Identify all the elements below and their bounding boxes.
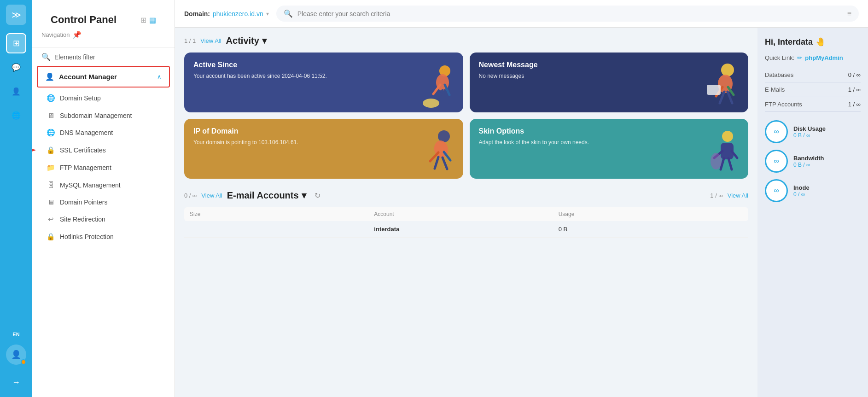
language-selector[interactable]: EN [12, 332, 19, 337]
greeting: Hi, Interdata 🤚 [765, 37, 861, 47]
site-redirect-icon: ↩ [46, 215, 55, 223]
domain-label: Domain: [184, 10, 210, 18]
infinity-icon-disk: ∞ [774, 128, 779, 136]
domain-chevron-icon: ▾ [266, 11, 269, 17]
inode-row: ∞ Inode 0 / ∞ [765, 179, 861, 202]
logo-button[interactable]: ≫ [6, 5, 26, 25]
search-input[interactable] [297, 10, 843, 18]
quick-link-edit-icon[interactable]: ✏ [797, 54, 802, 61]
account-manager-item[interactable]: 👤 Account Manager ∧ [37, 66, 170, 88]
svg-line-27 [728, 158, 732, 169]
nav-icon-messages[interactable]: 💬 [6, 57, 26, 77]
email-chevron-icon[interactable]: ▾ [302, 190, 306, 201]
svg-point-16 [438, 130, 450, 142]
newest-message-card: Newest Message No new messages [470, 53, 749, 112]
nav-icon-globe[interactable]: 🌐 [6, 105, 26, 125]
pin-icon[interactable]: 📌 [72, 30, 82, 39]
email-refresh-icon[interactable]: ↻ [315, 191, 320, 200]
subtitle-row: Navigation 📌 [41, 30, 165, 43]
grid-large-icon[interactable]: ▦ [149, 16, 156, 24]
nav-icon-dashboard[interactable]: ⊞ [6, 33, 26, 53]
panel-title: Control Panel [51, 14, 117, 26]
user-notification-badge [21, 359, 26, 365]
email-right-count: 1 / ∞ [710, 192, 722, 199]
elements-filter-label: Elements filter [54, 53, 95, 61]
skin-options-illustration [702, 119, 744, 179]
activity-view-all[interactable]: View All [200, 37, 221, 44]
ip-domain-title: IP of Domain [193, 127, 454, 135]
content-area: 1 / 1 View All Activity ▾ Active Since Y… [175, 28, 868, 397]
skin-options-title: Skin Options [479, 127, 740, 135]
submenu-item-domain-setup[interactable]: 🌐 Domain Setup [41, 89, 175, 107]
quick-link-row: Quick Link: ✏ phpMyAdmin [765, 54, 861, 61]
main-scroll: 1 / 1 View All Activity ▾ Active Since Y… [175, 28, 757, 397]
users-icon: 👤 [12, 87, 21, 96]
active-since-title: Active Since [193, 61, 454, 69]
logout-arrow-icon: → [12, 378, 20, 387]
domain-pointers-icon: 🖥 [46, 198, 55, 206]
grid-small-icon[interactable]: ⊞ [140, 16, 146, 24]
domain-setup-label: Domain Setup [60, 94, 101, 102]
domain-selector[interactable]: Domain: phukienzero.id.vn ▾ [184, 10, 269, 18]
domain-pointers-label: Domain Pointers [60, 198, 108, 206]
account-manager-row: 👤 Account Manager ∧ [38, 67, 169, 87]
mysql-label: MySQL Management [60, 181, 121, 189]
nav-subtitle: Navigation [41, 31, 70, 38]
right-sidebar: Hi, Interdata 🤚 Quick Link: ✏ phpMyAdmin… [757, 28, 868, 397]
submenu: 🌐 Domain Setup 🖥 Subdomain Management 🌐 … [32, 89, 175, 245]
logout-button[interactable]: → [6, 372, 26, 392]
quick-link-value[interactable]: phpMyAdmin [805, 54, 843, 61]
mysql-icon: 🗄 [46, 181, 55, 189]
infinity-icon-inode: ∞ [774, 187, 779, 195]
svg-point-9 [721, 64, 734, 76]
dns-label: DNS Management [60, 129, 113, 136]
submenu-item-dns[interactable]: 🌐 DNS Management [41, 124, 175, 141]
user-person-icon: 👤 [11, 350, 21, 360]
disk-usage-circle: ∞ [765, 120, 788, 143]
bandwidth-info: Bandwidth 0 B / ∞ [793, 155, 824, 168]
usage-circles: ∞ Disk Usage 0 B / ∞ ∞ Bandwidth 0 B / ∞ [765, 120, 861, 202]
submenu-item-hotlinks[interactable]: 🔒 Hotlinks Protection [41, 228, 175, 245]
dns-icon: 🌐 [46, 128, 55, 137]
submenu-item-ftp[interactable]: 📁 FTP Management [41, 159, 175, 176]
ftp-label: FTP Management [60, 164, 111, 171]
submenu-item-site-redirect[interactable]: ↩ Site Redirection [41, 210, 175, 228]
email-right-view-all[interactable]: View All [728, 192, 748, 199]
nav-icon-users[interactable]: 👤 [6, 81, 26, 101]
ftp-icon: 📁 [46, 163, 55, 172]
hotlinks-icon: 🔒 [46, 233, 55, 241]
submenu-item-mysql[interactable]: 🗄 MySQL Management [41, 176, 175, 193]
person-icon: 👤 [45, 72, 54, 81]
user-avatar[interactable]: 👤 [6, 344, 26, 365]
grid-icons: ⊞ ▦ [140, 16, 156, 24]
stats-list: Databases 0 / ∞ E-Mails 1 / ∞ FTP Accoun… [765, 68, 861, 112]
logo-icon: ≫ [12, 9, 21, 20]
dashboard-icon: ⊞ [13, 38, 20, 48]
activity-count: 1 / 1 [184, 37, 196, 44]
filter-options-icon[interactable]: ≡ [847, 10, 851, 18]
domain-value: phukienzero.id.vn [213, 10, 263, 18]
nav-header-row: Control Panel ⊞ ▦ [41, 9, 165, 30]
main-content: Domain: phukienzero.id.vn ▾ 🔍 ≡ 1 / 1 Vi… [175, 0, 868, 397]
email-left-view-all[interactable]: View All [201, 192, 222, 199]
ssl-arrow [32, 143, 41, 157]
svg-line-6 [438, 90, 443, 101]
email-section-header: 0 / ∞ View All E-mail Accounts ▾ ↻ 1 / ∞… [184, 190, 748, 201]
svg-line-21 [443, 158, 447, 169]
submenu-item-domain-pointers[interactable]: 🖥 Domain Pointers [41, 193, 175, 210]
active-since-body: Your account has been active since 2024-… [193, 72, 350, 80]
submenu-item-subdomain[interactable]: 🖥 Subdomain Management [41, 107, 175, 124]
email-left-count: 0 / ∞ [184, 192, 197, 199]
submenu-item-ssl[interactable]: 🔒 SSL Certificates [41, 141, 175, 159]
elements-filter[interactable]: 🔍 Elements filter [32, 48, 175, 66]
skin-options-figure [702, 128, 744, 179]
svg-point-28 [711, 153, 722, 169]
bandwidth-circle: ∞ [765, 150, 788, 173]
quick-link-label: Quick Link: [765, 54, 794, 61]
skin-options-card: Skin Options Adapt the look of the skin … [470, 119, 749, 179]
activity-chevron-icon[interactable]: ▾ [262, 35, 267, 46]
disk-usage-row: ∞ Disk Usage 0 B / ∞ [765, 120, 861, 143]
stat-databases: Databases 0 / ∞ [765, 68, 861, 82]
subdomain-icon: 🖥 [46, 111, 55, 119]
ip-domain-body: Your domain is pointing to 103.106.104.6… [193, 138, 350, 146]
